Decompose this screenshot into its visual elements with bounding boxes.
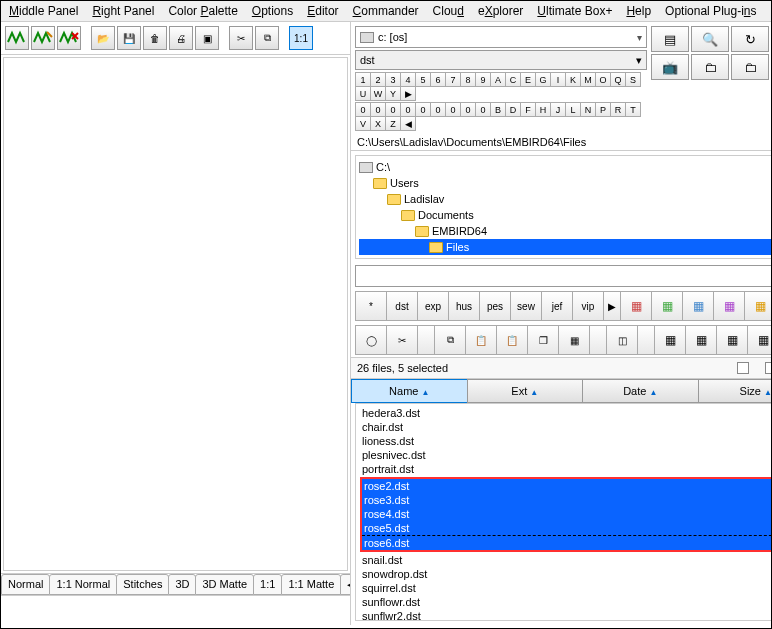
palette-2-icon[interactable]: ▦ bbox=[685, 325, 717, 355]
alpha-filter-button[interactable]: G bbox=[535, 72, 551, 87]
preview-tab[interactable]: 3D bbox=[168, 574, 196, 595]
column-header[interactable]: Date▲ bbox=[582, 379, 699, 403]
menu-item[interactable]: Editor bbox=[307, 4, 338, 18]
alpha-filter-button[interactable]: F bbox=[520, 102, 536, 117]
zoom-1-1-icon[interactable]: 1:1 bbox=[289, 26, 313, 50]
alpha-filter-button[interactable]: X bbox=[370, 116, 386, 131]
alpha-filter-button[interactable]: R bbox=[610, 102, 626, 117]
alpha-filter-button[interactable]: 0 bbox=[385, 102, 401, 117]
preview-tab[interactable]: Normal bbox=[1, 574, 50, 595]
preview-tab[interactable]: 1:1 Matte bbox=[281, 574, 341, 595]
menu-item[interactable]: Commander bbox=[353, 4, 419, 18]
alpha-filter-button[interactable]: 8 bbox=[460, 72, 476, 87]
view-mode-2[interactable]: ▦ bbox=[682, 291, 714, 321]
alpha-filter-button[interactable]: O bbox=[595, 72, 611, 87]
alpha-filter-button[interactable]: 4 bbox=[400, 72, 416, 87]
alpha-filter-button[interactable]: M bbox=[580, 72, 596, 87]
card-icon[interactable]: ▤ bbox=[651, 26, 689, 52]
new-folder-icon[interactable]: 🗀 bbox=[731, 54, 769, 80]
alpha-filter-button[interactable]: 2 bbox=[370, 72, 386, 87]
alpha-filter-button[interactable]: Z bbox=[385, 116, 401, 131]
alpha-filter-button[interactable]: 3 bbox=[385, 72, 401, 87]
multi-copy-icon[interactable]: ❐ bbox=[527, 325, 559, 355]
cut-icon[interactable]: ✂ bbox=[229, 26, 253, 50]
format-button[interactable]: jef bbox=[541, 291, 573, 321]
file-item[interactable]: chair.dst bbox=[360, 420, 772, 434]
file-item[interactable]: lioness.dst bbox=[360, 434, 772, 448]
alpha-filter-button[interactable]: V bbox=[355, 116, 371, 131]
alpha-filter-button[interactable]: U bbox=[355, 86, 371, 101]
more-formats[interactable]: ▶ bbox=[603, 291, 621, 321]
column-header[interactable]: Name▲ bbox=[351, 379, 468, 403]
preview-tab[interactable]: 3D Matte bbox=[195, 574, 254, 595]
alpha-filter-button[interactable]: N bbox=[580, 102, 596, 117]
alpha-filter-button[interactable]: ▶ bbox=[400, 86, 416, 101]
file-item-selected[interactable]: rose4.dst bbox=[362, 507, 772, 521]
tree-item[interactable]: EMBIRD64 bbox=[359, 223, 772, 239]
alpha-filter-button[interactable]: 0 bbox=[475, 102, 491, 117]
alpha-filter-button[interactable]: T bbox=[625, 102, 641, 117]
tree-item[interactable]: C:\ bbox=[359, 159, 772, 175]
alpha-filter-button[interactable]: K bbox=[565, 72, 581, 87]
file-item[interactable]: sunflowr.dst bbox=[360, 595, 772, 609]
alpha-filter-button[interactable]: 0 bbox=[370, 102, 386, 117]
alpha-filter-button[interactable]: 0 bbox=[400, 102, 416, 117]
tree-item[interactable]: Ladislav bbox=[359, 191, 772, 207]
alpha-filter-button[interactable]: 0 bbox=[430, 102, 446, 117]
file-list[interactable]: hedera3.dstchair.dstlioness.dstplesnivec… bbox=[355, 403, 772, 621]
overlay-icon[interactable]: ◫ bbox=[606, 325, 638, 355]
filter-combo[interactable]: dst▾ bbox=[355, 50, 647, 70]
palette-3-icon[interactable]: ▦ bbox=[716, 325, 748, 355]
alpha-filter-button[interactable]: P bbox=[595, 102, 611, 117]
palette-1-icon[interactable]: ▦ bbox=[654, 325, 686, 355]
device-icon[interactable]: 📺 bbox=[651, 54, 689, 80]
alpha-filter-button[interactable]: 0 bbox=[445, 102, 461, 117]
copy-icon[interactable]: ⧉ bbox=[434, 325, 466, 355]
clipboard-icon[interactable]: 📋 bbox=[496, 325, 528, 355]
file-item[interactable]: squirrel.dst bbox=[360, 581, 772, 595]
menu-item[interactable]: Cloud bbox=[433, 4, 464, 18]
hoop-icon[interactable]: ◯ bbox=[355, 325, 387, 355]
format-button[interactable]: exp bbox=[417, 291, 449, 321]
file-item[interactable]: snowdrop.dst bbox=[360, 567, 772, 581]
format-button[interactable]: vip bbox=[572, 291, 604, 321]
copy-icon[interactable]: ⧉ bbox=[255, 26, 279, 50]
export-icon[interactable]: ▣ bbox=[195, 26, 219, 50]
format-button[interactable]: * bbox=[355, 291, 387, 321]
alpha-filter-button[interactable]: Q bbox=[610, 72, 626, 87]
alpha-filter-button[interactable]: 0 bbox=[415, 102, 431, 117]
file-item-selected[interactable]: rose2.dst bbox=[362, 479, 772, 493]
alpha-filter-button[interactable]: E bbox=[520, 72, 536, 87]
alpha-filter-button[interactable]: J bbox=[550, 102, 566, 117]
file-item[interactable]: sunflwr2.dst bbox=[360, 609, 772, 621]
view-mode-4[interactable]: ▦ bbox=[744, 291, 772, 321]
menu-item[interactable]: eXplorer bbox=[478, 4, 523, 18]
wave-button-1[interactable] bbox=[5, 26, 29, 50]
view-mode-3[interactable]: ▦ bbox=[713, 291, 745, 321]
print-icon[interactable]: 🖨 bbox=[169, 26, 193, 50]
file-item[interactable]: hedera3.dst bbox=[360, 406, 772, 420]
preview-tab[interactable]: 1:1 bbox=[253, 574, 282, 595]
menu-item[interactable]: Optional Plug-ins bbox=[665, 4, 756, 18]
wave-button-2[interactable] bbox=[31, 26, 55, 50]
checkbox-1[interactable] bbox=[737, 362, 749, 374]
file-item-selected[interactable]: rose6.dst bbox=[362, 536, 772, 550]
menu-item[interactable]: Middle Panel bbox=[9, 4, 78, 18]
alpha-filter-button[interactable]: A bbox=[490, 72, 506, 87]
folder-tree[interactable]: C:\UsersLadislavDocumentsEMBIRD64Files bbox=[355, 155, 772, 259]
refresh-icon[interactable]: ↻ bbox=[731, 26, 769, 52]
view-mode-1[interactable]: ▦ bbox=[651, 291, 683, 321]
format-button[interactable]: sew bbox=[510, 291, 542, 321]
file-item[interactable]: plesnivec.dst bbox=[360, 448, 772, 462]
alpha-filter-button[interactable]: 9 bbox=[475, 72, 491, 87]
alpha-filter-button[interactable]: W bbox=[370, 86, 386, 101]
menu-item[interactable]: Help bbox=[626, 4, 651, 18]
alpha-filter-button[interactable]: 7 bbox=[445, 72, 461, 87]
delete-icon[interactable]: 🗑 bbox=[143, 26, 167, 50]
alpha-filter-button[interactable]: 0 bbox=[460, 102, 476, 117]
menu-item[interactable]: Right Panel bbox=[92, 4, 154, 18]
drive-combo[interactable]: c: [os] ▾ bbox=[355, 26, 647, 48]
alpha-filter-button[interactable]: C bbox=[505, 72, 521, 87]
format-button[interactable]: pes bbox=[479, 291, 511, 321]
alpha-filter-button[interactable]: S bbox=[625, 72, 641, 87]
